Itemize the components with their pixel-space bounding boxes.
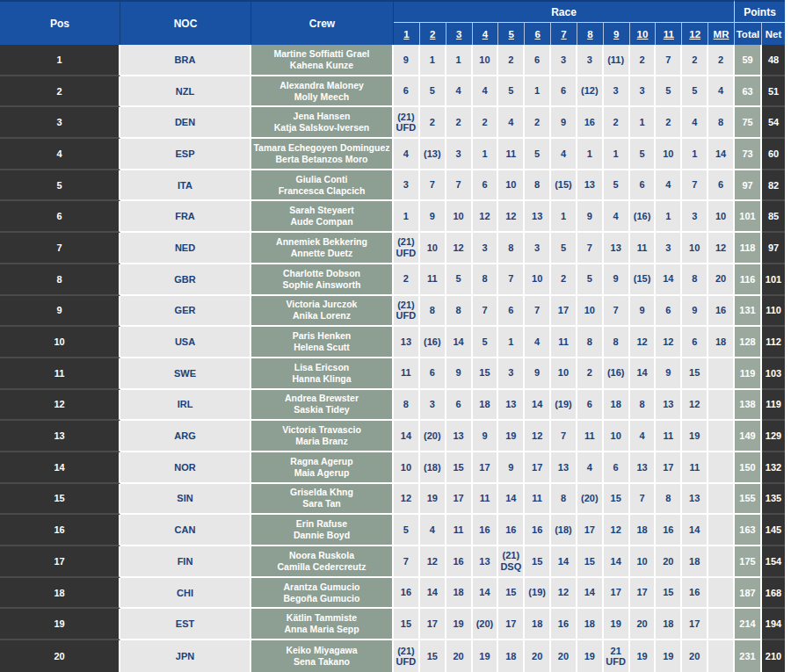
race-score-cell: 17 (682, 609, 708, 640)
crew-line: Ragna Agerup (251, 456, 392, 467)
race-score-cell: 18 (708, 327, 735, 358)
race-col-header-7[interactable]: 7 (551, 23, 577, 45)
race-col-link-label[interactable]: MR (714, 29, 729, 40)
total-points-cell: 131 (735, 296, 762, 328)
crew-line: Jena Hansen (251, 111, 392, 122)
race-score-cell: 5 (446, 264, 473, 296)
race-score-cell: 14 (394, 421, 420, 452)
race-score-cell: 12 (630, 327, 657, 358)
race-col-link-label[interactable]: 4 (483, 29, 488, 40)
race-score-cell: 8 (656, 484, 682, 516)
race-score-cell: 10 (604, 421, 630, 452)
race-col-link-label[interactable]: 6 (534, 29, 540, 40)
race-col-link-label[interactable]: 10 (637, 29, 649, 40)
total-points-cell: 119 (735, 358, 762, 390)
race-score-cell: 6 (394, 76, 420, 108)
race-score-cell: 16 (473, 515, 499, 546)
crew-cell: Victoria JurczokAnika Lorenz (251, 296, 394, 328)
race-score-cell: 7 (577, 233, 604, 264)
total-points-cell: 101 (735, 201, 762, 233)
race-score-cell: 11 (420, 264, 446, 296)
crew-line: Aude Compan (251, 216, 392, 228)
race-col-header-11[interactable]: 11 (656, 23, 682, 45)
race-score-cell: 10 (525, 264, 551, 296)
race-col-link-label[interactable]: 9 (613, 29, 619, 40)
crew-line: Martine Soffiatti Grael (251, 48, 392, 60)
race-col-link-label[interactable]: 3 (456, 29, 461, 40)
race-col-header-5[interactable]: 5 (498, 23, 525, 45)
race-score-cell: 7 (473, 296, 499, 328)
race-score-cell: 14 (577, 578, 604, 610)
total-points-cell: 231 (735, 640, 762, 672)
crew-line: Tamara Echegoyen Dominguez (251, 142, 392, 154)
race-score-cell: (15) (630, 264, 657, 296)
race-score-cell: 17 (420, 609, 446, 640)
race-col-link-label[interactable]: 8 (587, 29, 592, 40)
race-score-cell: 9 (394, 45, 420, 76)
race-score-cell: 1 (630, 107, 657, 139)
race-score-cell: 5 (630, 139, 657, 170)
race-score-cell: 13 (630, 452, 657, 484)
noc-cell: EST (120, 609, 251, 640)
race-score-cell: 12 (656, 327, 682, 358)
net-points-cell: 168 (762, 578, 785, 610)
race-score-cell: 11 (630, 233, 657, 264)
crew-line: Lisa Ericson (251, 362, 392, 373)
race-score-cell: 20 (446, 640, 473, 672)
race-col-link-label[interactable]: 11 (664, 29, 674, 40)
race-score-cell: 12 (604, 515, 630, 546)
race-col-link-label[interactable]: 2 (430, 29, 435, 40)
noc-cell: BRA (120, 45, 251, 76)
pos-cell: 16 (0, 515, 120, 546)
race-score-cell: 10 (394, 452, 420, 484)
race-col-header-4[interactable]: 4 (473, 23, 499, 45)
race-score-cell: 8 (498, 233, 525, 264)
race-col-header-9[interactable]: 9 (604, 23, 630, 45)
crew-line: Maia Agerup (251, 467, 392, 479)
race-score-cell: 2 (708, 45, 735, 76)
race-score-cell: 15 (420, 640, 446, 672)
race-score-cell: 9 (630, 296, 657, 328)
race-col-link-label[interactable]: 12 (689, 29, 700, 40)
race-score-cell: 11 (473, 484, 499, 516)
race-col-link-label[interactable]: 1 (403, 29, 409, 40)
total-points-cell: 214 (735, 609, 762, 640)
total-points-cell: 97 (735, 170, 762, 202)
race-col-header-6[interactable]: 6 (525, 23, 551, 45)
pos-cell: 4 (0, 139, 120, 170)
col-header-pos: Pos (0, 0, 120, 45)
race-col-header-2[interactable]: 2 (420, 23, 446, 45)
race-score-cell: 17 (630, 578, 657, 610)
race-score-cell: 1 (551, 201, 577, 233)
race-score-cell: 19 (656, 640, 682, 672)
race-col-header-10[interactable]: 10 (630, 23, 657, 45)
crew-line: Maria Branz (251, 436, 392, 447)
race-score-cell: 10 (577, 296, 604, 328)
total-points-cell: 187 (735, 578, 762, 610)
race-col-header-8[interactable]: 8 (577, 23, 604, 45)
race-score-cell: 10 (682, 233, 708, 264)
race-score-cell: 8 (394, 390, 420, 422)
race-col-header-1[interactable]: 1 (394, 23, 420, 45)
race-score-cell: 14 (420, 578, 446, 610)
race-col-link-label[interactable]: 5 (509, 29, 514, 40)
race-score-cell: 18 (498, 640, 525, 672)
race-score-cell: 6 (498, 296, 525, 328)
race-col-header-3[interactable]: 3 (446, 23, 473, 45)
race-score-cell: 19 (577, 640, 604, 672)
race-col-header-mr[interactable]: MR (708, 23, 735, 45)
race-score-cell: 17 (656, 452, 682, 484)
race-col-header-12[interactable]: 12 (682, 23, 708, 45)
race-score-cell: (16) (630, 201, 657, 233)
pos-cell: 9 (0, 296, 120, 328)
race-col-link-label[interactable]: 7 (561, 29, 566, 40)
race-score-cell: 4 (577, 452, 604, 484)
race-score-cell: 19 (630, 640, 657, 672)
table-row: 2NZLAlexandra MaloneyMolly Meech6544516(… (0, 76, 785, 108)
race-score-cell: 4 (630, 421, 657, 452)
race-score-cell: 9 (525, 358, 551, 390)
net-points-cell: 210 (762, 640, 785, 672)
race-score-cell: 13 (498, 390, 525, 422)
net-points-cell: 110 (762, 296, 785, 328)
race-score-cell: 9 (446, 358, 473, 390)
